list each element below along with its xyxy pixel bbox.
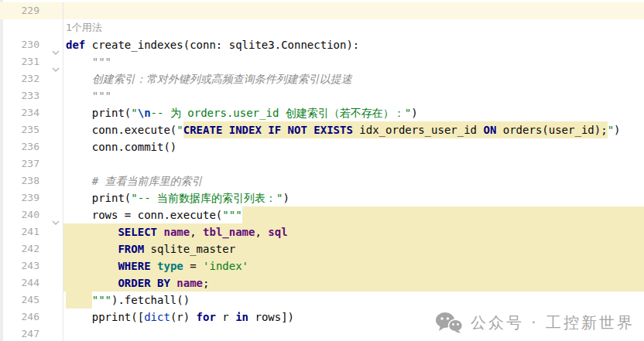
line-number[interactable]: 232 [22,70,39,87]
gutter-cell[interactable]: 231 [0,53,63,70]
code-line[interactable]: 240 rows = conn.execute(""" [0,206,644,223]
gutter-cell[interactable]: 229 [0,2,63,19]
code-line[interactable]: 234 print("\n-- 为 orders.user_id 创建索引（若不… [0,104,644,121]
code-line[interactable]: 236 conn.commit() [0,138,644,155]
token-plain [151,257,157,275]
token-col: name [163,223,190,240]
line-number[interactable]: 240 [22,206,39,223]
code-line[interactable]: 232 创建索引：常对外键列或高频查询条件列建索引以提速 [0,70,644,87]
code-line[interactable]: 230def create_indexes(conn: sqlite3.Conn… [0,36,644,53]
code-line[interactable]: 241 SELECT name, tbl_name, sql [0,223,644,240]
token-kw: for [197,309,216,326]
line-number[interactable]: 239 [22,189,39,206]
gutter-cell[interactable]: 247 [0,326,63,341]
token-sqlkw: CREATE INDEX IF NOT EXISTS [183,121,353,138]
token-sqlkw: FROM [118,240,144,257]
code-text: ORDER BY name; [63,275,644,292]
line-number[interactable]: 229 [22,2,39,19]
injected-sql-highlight [242,206,644,223]
gutter-cell[interactable]: 230 [0,36,63,53]
token-kw: in [235,309,248,326]
token-kw: def [66,39,85,51]
gutter-cell[interactable]: 240 [0,206,63,223]
code-line[interactable]: 242 FROM sqlite_master [0,240,644,257]
code-text: FROM sqlite_master [63,240,644,257]
inlay-hint-usages[interactable]: 1个用法 [63,19,644,36]
token-plain: print( [66,104,131,121]
token-builtin: dict [144,309,170,326]
line-number[interactable]: 233 [22,87,39,104]
code-text: # 查看当前库里的索引 [63,172,644,189]
gutter-cell[interactable] [0,19,63,36]
line-number[interactable]: 247 [22,326,39,341]
code-rows: 2291个用法230def create_indexes(conn: sqlit… [0,0,644,341]
line-number[interactable]: 237 [22,155,39,172]
token-str: -- 为 orders.user_id 创建索引（若不存在）：" [151,104,412,121]
code-line[interactable]: 235 conn.execute("CREATE INDEX IF NOT EX… [0,121,644,138]
token-plain [66,257,118,275]
code-text: conn.execute("CREATE INDEX IF NOT EXISTS… [63,121,644,138]
code-line[interactable]: 237 [0,155,644,172]
token-str: " [176,121,183,138]
line-number[interactable]: 238 [22,172,39,189]
token-plain: orders(user_id); [496,121,607,138]
code-line[interactable]: 233 """ [0,87,644,104]
code-line[interactable]: 239 print("-- 当前数据库的索引列表：") [0,189,644,206]
gutter-cell[interactable]: 235 [0,121,63,138]
line-number[interactable]: 235 [22,121,39,138]
line-number[interactable]: 244 [22,275,39,292]
line-number[interactable]: 245 [22,292,39,309]
gutter-cell[interactable]: 238 [0,172,63,189]
code-text: WHERE type = 'index' [63,257,644,275]
token-plain: sqlite_master [144,240,235,257]
token-str: " [608,121,614,138]
code-text: SELECT name, tbl_name, sql [63,223,644,240]
code-text: conn.commit() [63,138,644,155]
token-plain: create_indexes(conn: sqlite3.Connection)… [85,39,359,51]
code-line[interactable]: 231 """ [0,53,644,70]
token-doc: """ [66,53,111,70]
token-plain: = [183,257,203,275]
token-sqlkw: SELECT [118,223,157,240]
token-plain: ) [411,104,417,121]
line-number[interactable]: 231 [22,53,39,70]
code-text: """ [63,53,644,70]
gutter-cell[interactable]: 237 [0,155,63,172]
code-line[interactable]: 243 WHERE type = 'index' [0,257,644,275]
token-plain: , [255,223,268,240]
code-line[interactable]: 238 # 查看当前库里的索引 [0,172,644,189]
gutter-cell[interactable]: 232 [0,70,63,87]
gutter-cell[interactable]: 243 [0,257,63,275]
gutter-cell[interactable]: 233 [0,87,63,104]
token-plain: pprint([ [66,309,144,326]
code-line[interactable]: 245 """).fetchall() [0,292,644,309]
token-str: "-- 当前数据库的索引列表：" [131,189,283,206]
line-number[interactable]: 234 [22,104,39,121]
token-plain: (r) [170,309,197,326]
code-line[interactable]: 229 [0,2,644,19]
gutter-cell[interactable]: 241 [0,223,63,240]
inlay-hint-row[interactable]: 1个用法 [0,19,644,36]
gutter-cell[interactable]: 242 [0,240,63,257]
token-sqlkw: ON [483,121,496,138]
line-number[interactable]: 236 [22,138,39,155]
token-com: # 查看当前库里的索引 [66,172,203,189]
gutter-cell[interactable]: 244 [0,275,63,292]
token-plain: rows = conn.execute( [66,206,222,223]
gutter-cell[interactable]: 234 [0,104,63,121]
line-number[interactable]: 241 [22,223,39,240]
code-line[interactable]: 244 ORDER BY name; [0,275,644,292]
token-sqlkw: WHERE [118,257,150,275]
line-number[interactable]: 242 [22,240,39,257]
gutter-cell[interactable]: 236 [0,138,63,155]
gutter-cell[interactable]: 246 [0,309,63,326]
gutter-cell[interactable]: 245 [0,292,63,309]
token-str: """ [222,206,242,223]
token-plain [66,292,92,309]
line-number[interactable]: 230 [22,36,39,53]
token-plain: r [216,309,235,326]
gutter-cell[interactable]: 239 [0,189,63,206]
line-number[interactable]: 246 [22,309,39,326]
line-number[interactable]: 243 [22,257,39,275]
code-text: print("-- 当前数据库的索引列表：") [63,189,644,206]
